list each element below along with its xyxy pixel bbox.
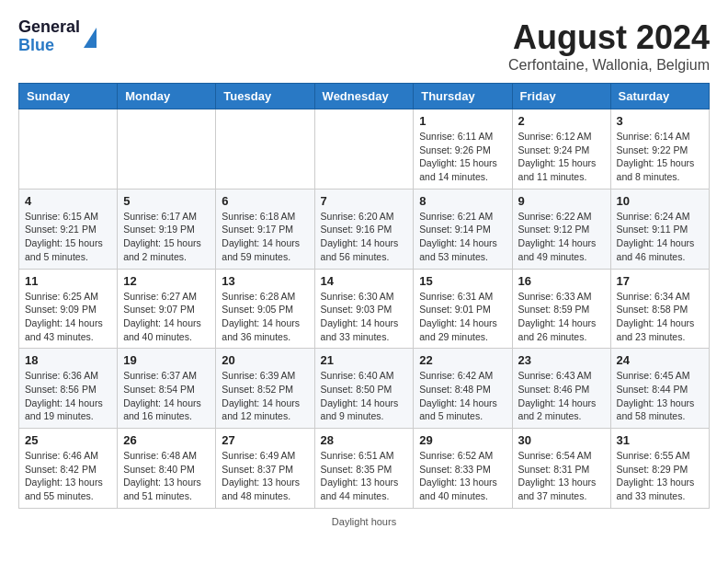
calendar-cell: 28Sunrise: 6:51 AM Sunset: 8:35 PM Dayli…	[314, 429, 414, 509]
day-info: Sunrise: 6:21 AM Sunset: 9:14 PM Dayligh…	[419, 210, 506, 264]
calendar-week-row: 4Sunrise: 6:15 AM Sunset: 9:21 PM Daylig…	[19, 189, 710, 269]
calendar-cell: 29Sunrise: 6:52 AM Sunset: 8:33 PM Dayli…	[414, 429, 512, 509]
logo-triangle-icon	[84, 28, 97, 48]
logo-text: General Blue	[18, 18, 80, 55]
day-header-thursday: Thursday	[414, 84, 512, 109]
day-number: 30	[518, 433, 605, 447]
day-number: 31	[617, 433, 703, 447]
day-number: 20	[222, 353, 308, 367]
day-info: Sunrise: 6:12 AM Sunset: 9:24 PM Dayligh…	[518, 130, 605, 184]
calendar-cell: 30Sunrise: 6:54 AM Sunset: 8:31 PM Dayli…	[512, 429, 610, 509]
day-info: Sunrise: 6:25 AM Sunset: 9:09 PM Dayligh…	[25, 290, 111, 344]
calendar-cell: 7Sunrise: 6:20 AM Sunset: 9:16 PM Daylig…	[314, 189, 414, 269]
logo-line1: General	[18, 18, 80, 37]
day-info: Sunrise: 6:30 AM Sunset: 9:03 PM Dayligh…	[321, 290, 408, 344]
day-info: Sunrise: 6:34 AM Sunset: 8:58 PM Dayligh…	[617, 290, 703, 344]
day-info: Sunrise: 6:39 AM Sunset: 8:52 PM Dayligh…	[222, 369, 308, 423]
calendar-header-row: SundayMondayTuesdayWednesdayThursdayFrid…	[19, 84, 710, 109]
calendar-cell: 21Sunrise: 6:40 AM Sunset: 8:50 PM Dayli…	[314, 349, 414, 429]
calendar-week-row: 11Sunrise: 6:25 AM Sunset: 9:09 PM Dayli…	[19, 269, 710, 349]
calendar-cell: 25Sunrise: 6:46 AM Sunset: 8:42 PM Dayli…	[19, 429, 118, 509]
calendar-cell: 17Sunrise: 6:34 AM Sunset: 8:58 PM Dayli…	[610, 269, 709, 349]
day-info: Sunrise: 6:40 AM Sunset: 8:50 PM Dayligh…	[321, 369, 408, 423]
day-header-sunday: Sunday	[19, 84, 118, 109]
calendar-cell	[19, 109, 118, 190]
day-header-wednesday: Wednesday	[314, 84, 414, 109]
day-info: Sunrise: 6:46 AM Sunset: 8:42 PM Dayligh…	[25, 449, 111, 503]
day-number: 26	[123, 433, 210, 447]
calendar-cell: 31Sunrise: 6:55 AM Sunset: 8:29 PM Dayli…	[610, 429, 709, 509]
calendar-cell: 18Sunrise: 6:36 AM Sunset: 8:56 PM Dayli…	[19, 349, 118, 429]
calendar-title: August 2024	[508, 18, 710, 57]
calendar-week-row: 1Sunrise: 6:11 AM Sunset: 9:26 PM Daylig…	[19, 109, 710, 190]
day-number: 22	[419, 353, 506, 367]
day-info: Sunrise: 6:18 AM Sunset: 9:17 PM Dayligh…	[222, 210, 308, 264]
day-header-friday: Friday	[512, 84, 610, 109]
calendar-cell: 8Sunrise: 6:21 AM Sunset: 9:14 PM Daylig…	[414, 189, 512, 269]
day-number: 11	[25, 274, 111, 288]
day-number: 19	[123, 353, 210, 367]
calendar-subtitle: Cerfontaine, Wallonia, Belgium	[508, 57, 710, 74]
day-info: Sunrise: 6:45 AM Sunset: 8:44 PM Dayligh…	[617, 369, 703, 423]
day-info: Sunrise: 6:33 AM Sunset: 8:59 PM Dayligh…	[518, 290, 605, 344]
logo-line2: Blue	[18, 37, 80, 55]
calendar-week-row: 18Sunrise: 6:36 AM Sunset: 8:56 PM Dayli…	[19, 349, 710, 429]
day-info: Sunrise: 6:24 AM Sunset: 9:11 PM Dayligh…	[617, 210, 703, 264]
day-number: 15	[419, 274, 506, 288]
day-number: 2	[518, 114, 605, 128]
calendar-cell	[118, 109, 216, 190]
calendar-cell: 13Sunrise: 6:28 AM Sunset: 9:05 PM Dayli…	[216, 269, 314, 349]
day-number: 16	[518, 274, 605, 288]
calendar-week-row: 25Sunrise: 6:46 AM Sunset: 8:42 PM Dayli…	[19, 429, 710, 509]
day-info: Sunrise: 6:54 AM Sunset: 8:31 PM Dayligh…	[518, 449, 605, 503]
day-number: 4	[25, 194, 111, 208]
day-info: Sunrise: 6:14 AM Sunset: 9:22 PM Dayligh…	[617, 130, 703, 184]
day-number: 24	[617, 353, 703, 367]
day-number: 1	[419, 114, 506, 128]
calendar-cell: 2Sunrise: 6:12 AM Sunset: 9:24 PM Daylig…	[512, 109, 610, 190]
calendar-cell: 6Sunrise: 6:18 AM Sunset: 9:17 PM Daylig…	[216, 189, 314, 269]
day-info: Sunrise: 6:42 AM Sunset: 8:48 PM Dayligh…	[419, 369, 506, 423]
calendar-cell	[216, 109, 314, 190]
logo: General Blue	[18, 18, 97, 55]
day-info: Sunrise: 6:51 AM Sunset: 8:35 PM Dayligh…	[321, 449, 408, 503]
day-info: Sunrise: 6:52 AM Sunset: 8:33 PM Dayligh…	[419, 449, 506, 503]
calendar-cell: 1Sunrise: 6:11 AM Sunset: 9:26 PM Daylig…	[414, 109, 512, 190]
day-number: 13	[222, 274, 308, 288]
day-number: 21	[321, 353, 408, 367]
day-number: 28	[321, 433, 408, 447]
day-number: 3	[617, 114, 703, 128]
calendar-cell: 11Sunrise: 6:25 AM Sunset: 9:09 PM Dayli…	[19, 269, 118, 349]
day-header-saturday: Saturday	[610, 84, 709, 109]
day-info: Sunrise: 6:36 AM Sunset: 8:56 PM Dayligh…	[25, 369, 111, 423]
day-info: Sunrise: 6:17 AM Sunset: 9:19 PM Dayligh…	[123, 210, 210, 264]
calendar-cell: 3Sunrise: 6:14 AM Sunset: 9:22 PM Daylig…	[610, 109, 709, 190]
calendar-cell: 22Sunrise: 6:42 AM Sunset: 8:48 PM Dayli…	[414, 349, 512, 429]
title-block: August 2024 Cerfontaine, Wallonia, Belgi…	[508, 18, 710, 74]
day-number: 27	[222, 433, 308, 447]
day-number: 9	[518, 194, 605, 208]
calendar-cell	[314, 109, 414, 190]
calendar-cell: 23Sunrise: 6:43 AM Sunset: 8:46 PM Dayli…	[512, 349, 610, 429]
calendar-cell: 12Sunrise: 6:27 AM Sunset: 9:07 PM Dayli…	[118, 269, 216, 349]
page-header: General Blue August 2024 Cerfontaine, Wa…	[18, 18, 710, 74]
day-number: 10	[617, 194, 703, 208]
day-number: 17	[617, 274, 703, 288]
calendar-cell: 20Sunrise: 6:39 AM Sunset: 8:52 PM Dayli…	[216, 349, 314, 429]
calendar-cell: 27Sunrise: 6:49 AM Sunset: 8:37 PM Dayli…	[216, 429, 314, 509]
day-number: 12	[123, 274, 210, 288]
calendar-cell: 9Sunrise: 6:22 AM Sunset: 9:12 PM Daylig…	[512, 189, 610, 269]
calendar-cell: 15Sunrise: 6:31 AM Sunset: 9:01 PM Dayli…	[414, 269, 512, 349]
day-number: 14	[321, 274, 408, 288]
day-number: 25	[25, 433, 111, 447]
calendar-cell: 4Sunrise: 6:15 AM Sunset: 9:21 PM Daylig…	[19, 189, 118, 269]
day-number: 23	[518, 353, 605, 367]
day-number: 7	[321, 194, 408, 208]
day-info: Sunrise: 6:49 AM Sunset: 8:37 PM Dayligh…	[222, 449, 308, 503]
calendar-cell: 14Sunrise: 6:30 AM Sunset: 9:03 PM Dayli…	[314, 269, 414, 349]
calendar-cell: 24Sunrise: 6:45 AM Sunset: 8:44 PM Dayli…	[610, 349, 709, 429]
calendar-cell: 26Sunrise: 6:48 AM Sunset: 8:40 PM Dayli…	[118, 429, 216, 509]
day-info: Sunrise: 6:31 AM Sunset: 9:01 PM Dayligh…	[419, 290, 506, 344]
calendar-cell: 10Sunrise: 6:24 AM Sunset: 9:11 PM Dayli…	[610, 189, 709, 269]
day-info: Sunrise: 6:28 AM Sunset: 9:05 PM Dayligh…	[222, 290, 308, 344]
